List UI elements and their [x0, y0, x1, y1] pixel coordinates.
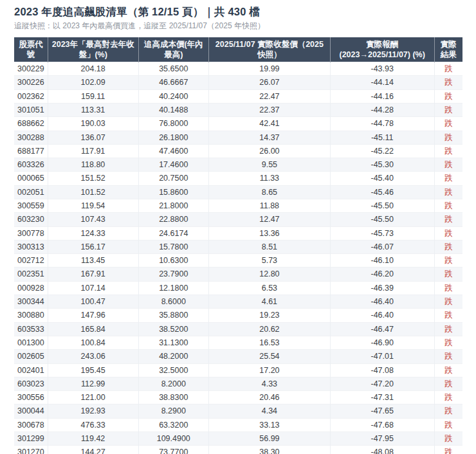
actual-close-cell: 25.54 — [208, 350, 330, 363]
table-row: 002712113.4510.63005.73-46.10跌 — [14, 254, 462, 268]
actual-close-cell: 20.46 — [208, 391, 330, 404]
result-cell: 跌 — [434, 309, 462, 322]
peak-vs-prev-close-cell: 121.00 — [48, 391, 138, 404]
table-row: 300678476.3363.320033.13-47.68跌 — [14, 418, 462, 431]
peak-vs-prev-close-cell: 195.45 — [48, 363, 138, 377]
chase-cost-cell: 38.8300 — [138, 391, 208, 404]
result-cell: 跌 — [434, 103, 462, 116]
actual-close-cell: 20.62 — [208, 322, 330, 336]
chase-cost-cell: 32.5000 — [138, 363, 208, 377]
table-row: 300229204.1835.650019.99-43.93跌 — [14, 62, 462, 76]
peak-vs-prev-close-cell: 100.84 — [48, 336, 138, 349]
actual-close-cell: 56.99 — [208, 432, 330, 446]
actual-return-cell: -47.31 — [330, 391, 434, 404]
table-row: 301051113.3140.148822.37-44.28跌 — [14, 103, 462, 116]
actual-return-cell: -47.65 — [330, 404, 434, 418]
actual-return-cell: -44.78 — [330, 117, 434, 131]
peak-vs-prev-close-cell: 159.11 — [48, 89, 138, 103]
table-row: 301299119.42109.490056.99-47.95跌 — [14, 432, 462, 446]
chase-cost-cell: 35.8800 — [138, 309, 208, 322]
actual-close-cell: 11.33 — [208, 172, 330, 185]
stock-code-cell: 300229 — [14, 62, 48, 76]
table-row: 000928107.1412.18006.53-46.39跌 — [14, 281, 462, 295]
chase-cost-cell: 23.7900 — [138, 268, 208, 281]
peak-vs-prev-close-cell: 107.43 — [48, 213, 138, 226]
peak-vs-prev-close-cell: 136.07 — [48, 131, 138, 144]
peak-vs-prev-close-cell: 151.52 — [48, 172, 138, 185]
table-row: 300288136.0726.180014.37-45.11跌 — [14, 131, 462, 144]
actual-close-cell: 33.13 — [208, 418, 330, 431]
page-subtitle: 追蹤快照：以 2023 年內最高價買進，追蹤至 2025/11/07（2025 … — [14, 21, 462, 32]
stock-tracking-table: 股票代號2023年「最高對去年收盤」(%)追高成本價(年內最高)2025/11/… — [14, 37, 462, 454]
peak-vs-prev-close-cell: 102.09 — [48, 76, 138, 89]
actual-return-cell: -46.40 — [330, 295, 434, 309]
chase-cost-cell: 109.4900 — [138, 432, 208, 446]
table-row: 603230107.4322.880012.47-45.50跌 — [14, 213, 462, 226]
chase-cost-cell: 24.6174 — [138, 226, 208, 240]
stock-code-cell: 002712 — [14, 254, 48, 268]
actual-return-cell: -45.30 — [330, 158, 434, 172]
peak-vs-prev-close-cell: 147.96 — [48, 309, 138, 322]
actual-return-cell: -46.47 — [330, 322, 434, 336]
stock-code-cell: 603326 — [14, 158, 48, 172]
column-header-3: 追高成本價(年內最高) — [138, 37, 208, 62]
stock-code-cell: 300344 — [14, 295, 48, 309]
stock-code-cell: 002401 — [14, 363, 48, 377]
peak-vs-prev-close-cell: 100.47 — [48, 295, 138, 309]
result-cell: 跌 — [434, 240, 462, 253]
chase-cost-cell: 40.2400 — [138, 89, 208, 103]
result-cell: 跌 — [434, 131, 462, 144]
chase-cost-cell: 31.1300 — [138, 336, 208, 349]
result-cell: 跌 — [434, 295, 462, 309]
actual-close-cell: 26.00 — [208, 144, 330, 158]
actual-return-cell: -45.11 — [330, 131, 434, 144]
table-header-row: 股票代號2023年「最高對去年收盤」(%)追高成本價(年內最高)2025/11/… — [14, 37, 462, 62]
result-cell: 跌 — [434, 117, 462, 131]
column-header-6: 實際結果 — [434, 37, 462, 62]
chase-cost-cell: 40.1488 — [138, 103, 208, 116]
stock-code-cell: 002362 — [14, 89, 48, 103]
actual-return-cell: -46.07 — [330, 240, 434, 253]
chase-cost-cell: 48.2000 — [138, 350, 208, 363]
result-cell: 跌 — [434, 336, 462, 349]
actual-close-cell: 11.88 — [208, 199, 330, 213]
table-row: 603326118.8017.46009.55-45.30跌 — [14, 158, 462, 172]
actual-close-cell: 22.47 — [208, 89, 330, 103]
actual-return-cell: -47.08 — [330, 363, 434, 377]
actual-return-cell: -45.46 — [330, 185, 434, 199]
chase-cost-cell: 8.2000 — [138, 377, 208, 390]
stock-code-cell: 000065 — [14, 172, 48, 185]
report-page: 2023 年度追高飆股清單（第 12/15 頁）｜共 430 檔 追蹤快照：以 … — [0, 0, 476, 454]
peak-vs-prev-close-cell: 190.03 — [48, 117, 138, 131]
actual-close-cell: 12.47 — [208, 213, 330, 226]
table-row: 300226102.0946.666726.07-44.14跌 — [14, 76, 462, 89]
chase-cost-cell: 35.6500 — [138, 62, 208, 76]
stock-code-cell: 300880 — [14, 309, 48, 322]
chase-cost-cell: 8.2900 — [138, 404, 208, 418]
table-row: 688662190.0376.800042.41-44.78跌 — [14, 117, 462, 131]
actual-close-cell: 5.73 — [208, 254, 330, 268]
table-row: 300556121.0038.830020.46-47.31跌 — [14, 391, 462, 404]
table-row: 300778124.3324.617413.36-45.73跌 — [14, 226, 462, 240]
actual-close-cell: 42.41 — [208, 117, 330, 131]
table-row: 001300100.8431.130016.53-46.90跌 — [14, 336, 462, 349]
actual-return-cell: -47.95 — [330, 432, 434, 446]
result-cell: 跌 — [434, 76, 462, 89]
column-header-1: 股票代號 — [14, 37, 48, 62]
actual-return-cell: -45.40 — [330, 172, 434, 185]
result-cell: 跌 — [434, 172, 462, 185]
table-row: 002351167.9123.790012.80-46.20跌 — [14, 268, 462, 281]
actual-return-cell: -48.08 — [330, 446, 434, 454]
result-cell: 跌 — [434, 322, 462, 336]
stock-code-cell: 300313 — [14, 240, 48, 253]
stock-code-cell: 300778 — [14, 226, 48, 240]
actual-close-cell: 17.20 — [208, 363, 330, 377]
stock-code-cell: 002051 — [14, 185, 48, 199]
table-row: 002051101.5215.86008.65-45.46跌 — [14, 185, 462, 199]
table-row: 002401195.4532.500017.20-47.08跌 — [14, 363, 462, 377]
stock-code-cell: 688662 — [14, 117, 48, 131]
stock-code-cell: 300559 — [14, 199, 48, 213]
result-cell: 跌 — [434, 158, 462, 172]
stock-code-cell: 301299 — [14, 432, 48, 446]
table-row: 300880147.9635.880019.23-46.40跌 — [14, 309, 462, 322]
